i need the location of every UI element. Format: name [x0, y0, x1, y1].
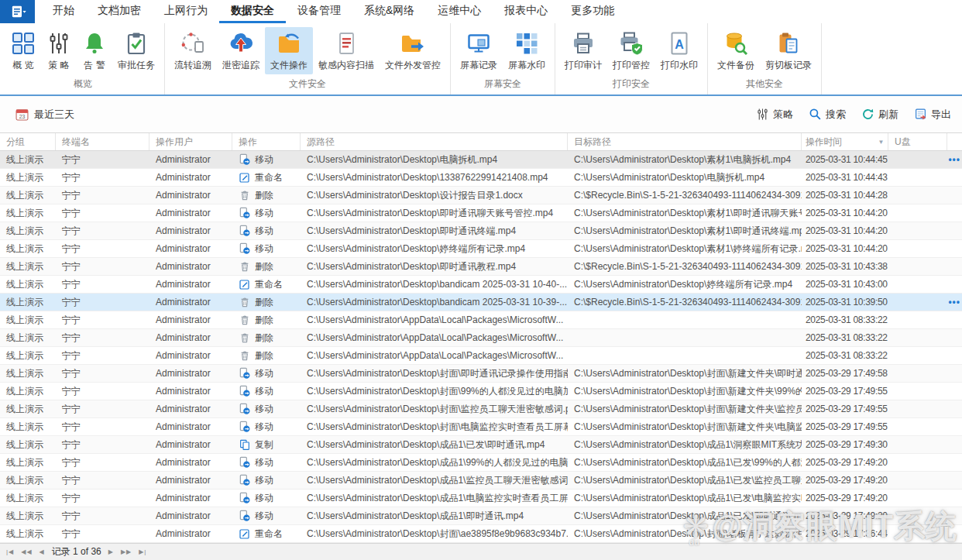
- cell-target-path: C:\Users\Administrator\Desktop\封面\新建文件夹\…: [568, 400, 802, 417]
- menu-item[interactable]: 文档加密: [86, 0, 153, 23]
- move-operation-icon: [239, 242, 251, 255]
- table-row[interactable]: 线上演示 宁宁 Administrator 删除 C:\Users\Admini…: [0, 311, 962, 329]
- move-operation-icon: [239, 474, 251, 486]
- screen-record-monitor-icon: [466, 31, 491, 56]
- table-row[interactable]: 线上演示 宁宁 Administrator 移动 C:\Users\Admini…: [0, 472, 962, 490]
- table-row[interactable]: 线上演示 宁宁 Administrator 移动 C:\Users\Admini…: [0, 151, 962, 169]
- ribbon-tool-button[interactable]: 打印水印: [655, 27, 703, 74]
- ribbon-tool-button[interactable]: 屏幕记录: [455, 27, 503, 74]
- table-row[interactable]: 线上演示 宁宁 Administrator 删除 C:\Users\Admini…: [0, 294, 962, 311]
- ribbon-tool-button[interactable]: 审批任务: [112, 27, 160, 74]
- cell-user: Administrator: [149, 276, 232, 293]
- ribbon-tool-button[interactable]: 打印审计: [559, 27, 607, 74]
- table-row[interactable]: 线上演示 宁宁 Administrator 删除 C:\Users\Admini…: [0, 347, 962, 365]
- delete-operation-icon: [239, 296, 251, 308]
- column-header[interactable]: 分组: [0, 133, 56, 150]
- cell-group: 线上演示: [0, 204, 56, 222]
- ribbon-tool-button[interactable]: 敏感内容扫描: [313, 27, 380, 74]
- screen-watermark-pixels-icon: [514, 31, 539, 56]
- menu-item[interactable]: 系统&网络: [352, 0, 426, 23]
- cell-user: Administrator: [149, 329, 232, 346]
- table-row[interactable]: 线上演示 宁宁 Administrator 移动 C:\Users\Admini…: [0, 400, 962, 418]
- menu-item[interactable]: 开始: [41, 0, 86, 23]
- cell-operation-time: 2025-03-31 10:39:50: [802, 294, 888, 311]
- pager-button[interactable]: |◀: [6, 548, 14, 555]
- ribbon-tool-button[interactable]: 屏幕水印: [503, 27, 551, 74]
- ribbon-tool-button[interactable]: 剪切板记录: [760, 27, 817, 74]
- menu-item[interactable]: 运维中心: [426, 0, 493, 23]
- cell-row-actions: [947, 454, 962, 471]
- cell-operation-time: 2025-03-29 17:49:55: [802, 400, 888, 417]
- app-menu-button[interactable]: [0, 0, 35, 23]
- column-header[interactable]: 操作用户: [149, 133, 232, 150]
- toolbar-action-button[interactable]: 搜索: [809, 108, 846, 122]
- date-range-filter[interactable]: 最近三天: [15, 108, 74, 122]
- column-header[interactable]: 终端名: [56, 133, 149, 150]
- move-operation-icon: [239, 456, 251, 469]
- table-row[interactable]: 线上演示 宁宁 Administrator 重命名 C:\Users\Admin…: [0, 525, 962, 543]
- column-header[interactable]: 源路径: [301, 133, 568, 150]
- column-header[interactable]: 操作: [232, 133, 301, 150]
- ribbon-tool-button[interactable]: 文件操作: [265, 27, 313, 74]
- cell-row-actions: [947, 311, 962, 328]
- time-filter-dropdown-icon[interactable]: ▼: [878, 139, 884, 146]
- pager-button[interactable]: ▶: [108, 548, 114, 555]
- table-row[interactable]: 线上演示 宁宁 Administrator 移动 C:\Users\Admini…: [0, 490, 962, 507]
- cell-user: Administrator: [149, 365, 232, 382]
- cell-terminal: 宁宁: [56, 240, 149, 257]
- pager-button[interactable]: ◀◀: [21, 548, 32, 555]
- table-row[interactable]: 线上演示 宁宁 Administrator 移动 C:\Users\Admini…: [0, 418, 962, 436]
- menu-item[interactable]: 设备管理: [286, 0, 352, 23]
- cell-operation: 重命名: [232, 169, 301, 186]
- ribbon-tool-button[interactable]: 流转追溯: [169, 27, 217, 74]
- cell-terminal: 宁宁: [56, 222, 149, 239]
- table-row[interactable]: 线上演示 宁宁 Administrator 重命名 C:\Users\Admin…: [0, 169, 962, 187]
- ribbon-tool-button[interactable]: 文件备份: [712, 27, 760, 74]
- menu-item[interactable]: 数据安全: [219, 0, 286, 23]
- table-row[interactable]: 线上演示 宁宁 Administrator 移动 C:\Users\Admini…: [0, 454, 962, 472]
- table-row[interactable]: 线上演示 宁宁 Administrator 移动 C:\Users\Admini…: [0, 507, 962, 525]
- cell-row-actions: [947, 400, 962, 417]
- row-actions-menu[interactable]: •••: [948, 297, 960, 307]
- cell-group: 线上演示: [0, 436, 56, 453]
- menu-item[interactable]: 上网行为: [153, 0, 219, 23]
- ribbon-group: 文件备份 剪切板记录 其他安全: [708, 23, 822, 94]
- ribbon-tool-button[interactable]: 文件外发管控: [380, 27, 446, 74]
- table-row[interactable]: 线上演示 宁宁 Administrator 删除 C:\Users\Admini…: [0, 258, 962, 276]
- table-row[interactable]: 线上演示 宁宁 Administrator 重命名 C:\Users\Admin…: [0, 276, 962, 294]
- pager-button[interactable]: ◀: [40, 548, 45, 555]
- table-row[interactable]: 线上演示 宁宁 Administrator 移动 C:\Users\Admini…: [0, 204, 962, 222]
- table-row[interactable]: 线上演示 宁宁 Administrator 移动 C:\Users\Admini…: [0, 383, 962, 400]
- cell-operation-time: 2025-03-29 17:49:30: [802, 436, 888, 453]
- column-header[interactable]: U盘: [888, 133, 947, 150]
- menu-item[interactable]: 更多功能: [559, 0, 626, 23]
- cell-target-path: [568, 347, 802, 364]
- move-operation-icon: [239, 225, 251, 237]
- ribbon-tool-button[interactable]: 打印管控: [607, 27, 655, 74]
- cell-row-actions: [947, 169, 962, 186]
- pager-button[interactable]: ▶|: [139, 548, 146, 555]
- row-actions-menu[interactable]: •••: [948, 154, 960, 165]
- cell-group: 线上演示: [0, 276, 56, 293]
- table-row[interactable]: 线上演示 宁宁 Administrator 删除 C:\Users\Admini…: [0, 187, 962, 204]
- ribbon-tool-button[interactable]: 概 览: [5, 27, 41, 74]
- column-header[interactable]: 操作时间▼: [802, 133, 888, 150]
- pager-button[interactable]: ▶▶: [121, 548, 132, 555]
- table-row[interactable]: 线上演示 宁宁 Administrator 移动 C:\Users\Admini…: [0, 365, 962, 383]
- move-operation-icon: [239, 403, 251, 415]
- cell-usb: [888, 240, 947, 257]
- toolbar-action-button[interactable]: 策略: [756, 108, 793, 122]
- menu-item[interactable]: 报表中心: [493, 0, 559, 23]
- cell-source-path: C:\Users\Administrator\AppData\Local\Pac…: [301, 347, 568, 364]
- ribbon-tool-button[interactable]: 策 略: [41, 27, 77, 74]
- ribbon-tool-button[interactable]: 泄密追踪: [217, 27, 265, 74]
- table-row[interactable]: 线上演示 宁宁 Administrator 移动 C:\Users\Admini…: [0, 240, 962, 258]
- table-row[interactable]: 线上演示 宁宁 Administrator 移动 C:\Users\Admini…: [0, 222, 962, 240]
- toolbar-action-button[interactable]: 导出: [914, 108, 951, 122]
- ribbon-tool-button[interactable]: 告 警: [77, 27, 112, 74]
- column-header[interactable]: 目标路径: [568, 133, 802, 150]
- table-row[interactable]: 线上演示 宁宁 Administrator 复制 C:\Users\Admini…: [0, 436, 962, 454]
- toolbar-action-button[interactable]: 刷新: [861, 108, 898, 122]
- table-row[interactable]: 线上演示 宁宁 Administrator 删除 C:\Users\Admini…: [0, 329, 962, 347]
- cell-source-path: C:\Users\Administrator\AppData\Local\Pac…: [301, 329, 568, 346]
